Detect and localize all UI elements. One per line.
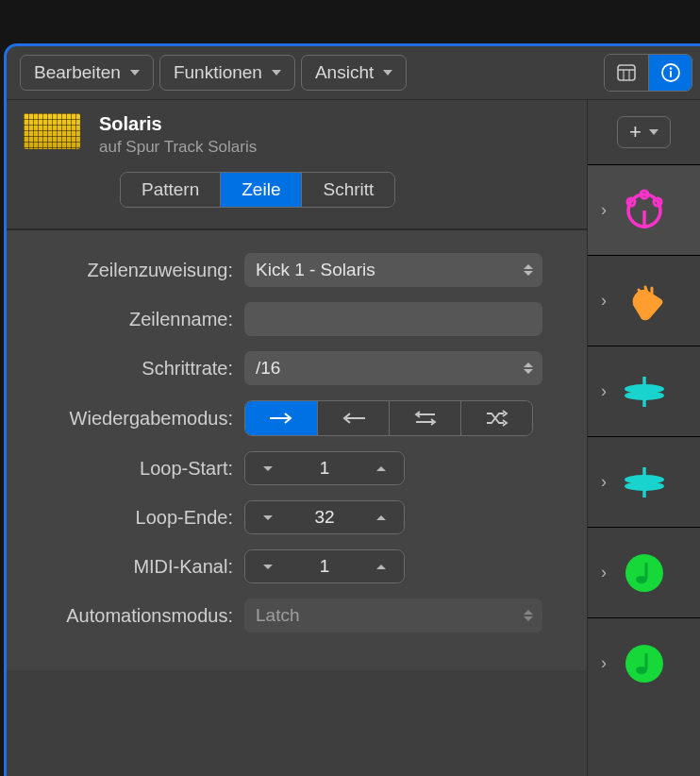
calendar-icon[interactable] xyxy=(605,55,648,91)
chevron-down-icon xyxy=(263,565,273,569)
hihat-icon xyxy=(620,458,669,507)
svg-point-5 xyxy=(669,67,672,70)
row-assignment-value: Kick 1 - Solaris xyxy=(256,260,375,280)
row-name-input[interactable] xyxy=(244,302,542,336)
edit-menu-label: Bearbeiten xyxy=(34,62,121,83)
chevron-down-icon xyxy=(263,515,273,520)
info-icon[interactable] xyxy=(648,55,692,91)
plus-icon: + xyxy=(629,122,642,143)
svg-point-25 xyxy=(625,645,663,683)
play-mode-segmented xyxy=(244,400,533,436)
row-assignment-label: Zeilenzuweisung: xyxy=(24,260,244,281)
chevron-right-icon: › xyxy=(601,563,607,582)
decrement-button[interactable] xyxy=(245,550,291,582)
sidebar: + › › xyxy=(587,100,700,776)
step-rate-label: Schrittrate: xyxy=(24,358,244,380)
row-name-label: Zeilenname: xyxy=(24,309,244,330)
chevron-down-icon xyxy=(649,129,658,135)
hihat-icon xyxy=(620,367,669,416)
chevron-up-icon xyxy=(376,565,386,569)
select-arrows-icon xyxy=(524,363,533,374)
chevron-right-icon: › xyxy=(601,200,607,220)
playmode-pingpong[interactable] xyxy=(389,401,460,435)
loop-start-value[interactable]: 1 xyxy=(291,452,358,484)
chevron-down-icon xyxy=(272,70,281,76)
svg-rect-0 xyxy=(618,65,635,80)
note-icon xyxy=(620,639,669,688)
edit-menu[interactable]: Bearbeiten xyxy=(20,55,154,91)
decrement-button[interactable] xyxy=(245,501,291,533)
automation-mode-select[interactable]: Latch xyxy=(244,599,542,633)
chevron-down-icon xyxy=(263,466,273,471)
chevron-right-icon: › xyxy=(601,653,607,673)
sidebar-add-row: + xyxy=(588,100,700,164)
chevron-right-icon: › xyxy=(601,381,607,401)
midi-channel-label: MIDI-Kanal: xyxy=(24,556,244,578)
playmode-backward[interactable] xyxy=(317,401,389,435)
view-menu-label: Ansicht xyxy=(315,62,374,83)
loop-start-label: Loop-Start: xyxy=(24,458,244,480)
step-rate-select[interactable]: /16 xyxy=(244,351,542,385)
play-mode-label: Wiedergabemodus: xyxy=(24,408,244,430)
tab-pattern[interactable]: Pattern xyxy=(121,173,220,207)
channel-item-6[interactable]: › xyxy=(588,617,700,708)
playmode-random[interactable] xyxy=(460,401,532,435)
midi-channel-value[interactable]: 1 xyxy=(291,550,358,582)
tab-step[interactable]: Schritt xyxy=(301,173,394,207)
automation-mode-value: Latch xyxy=(256,605,299,626)
step-sequencer-icon xyxy=(24,113,80,149)
toolbar-icon-group xyxy=(604,54,692,92)
page-title: Solaris xyxy=(99,113,570,135)
tabs: Pattern Zeile Schritt xyxy=(120,172,395,208)
chevron-up-icon xyxy=(376,515,386,520)
increment-button[interactable] xyxy=(358,452,404,484)
loop-end-label: Loop-Ende: xyxy=(24,507,244,529)
svg-rect-6 xyxy=(670,71,672,77)
loop-start-stepper[interactable]: 1 xyxy=(244,451,405,485)
add-button[interactable]: + xyxy=(617,116,671,148)
main-panel: Solaris auf Spur Track Solaris Pattern Z… xyxy=(7,100,587,776)
channel-item-5[interactable]: › xyxy=(588,527,700,617)
page-subtitle: auf Spur Track Solaris xyxy=(99,138,570,157)
chevron-down-icon xyxy=(130,70,140,76)
toolbar: Bearbeiten Funktionen Ansicht xyxy=(7,46,700,100)
loop-end-value[interactable]: 32 xyxy=(291,501,358,533)
step-rate-value: /16 xyxy=(256,358,280,379)
functions-menu[interactable]: Funktionen xyxy=(159,55,295,91)
channel-item-3[interactable]: › xyxy=(588,346,700,436)
note-icon xyxy=(620,548,669,598)
tab-row[interactable]: Zeile xyxy=(220,173,301,207)
functions-menu-label: Funktionen xyxy=(174,62,262,83)
svg-point-22 xyxy=(625,554,663,592)
playmode-forward[interactable] xyxy=(245,401,317,435)
increment-button[interactable] xyxy=(358,501,404,533)
select-arrows-icon xyxy=(524,264,533,276)
channel-item-2[interactable]: › xyxy=(588,255,700,346)
tambourine-icon xyxy=(620,186,669,235)
channel-item-1[interactable]: › xyxy=(588,164,700,255)
chevron-down-icon xyxy=(383,70,392,76)
loop-end-stepper[interactable]: 32 xyxy=(244,500,405,534)
channel-item-4[interactable]: › xyxy=(588,436,700,527)
increment-button[interactable] xyxy=(358,550,404,582)
form: Zeilenzuweisung: Kick 1 - Solaris Zeilen… xyxy=(7,230,587,670)
clap-icon xyxy=(620,277,669,326)
midi-channel-stepper[interactable]: 1 xyxy=(244,549,405,583)
view-menu[interactable]: Ansicht xyxy=(301,55,407,91)
decrement-button[interactable] xyxy=(245,452,291,484)
select-arrows-icon xyxy=(524,610,533,621)
row-assignment-select[interactable]: Kick 1 - Solaris xyxy=(244,253,542,287)
automation-mode-label: Automationsmodus: xyxy=(24,605,244,627)
chevron-right-icon: › xyxy=(601,291,607,311)
chevron-up-icon xyxy=(376,466,386,471)
chevron-right-icon: › xyxy=(601,472,607,492)
